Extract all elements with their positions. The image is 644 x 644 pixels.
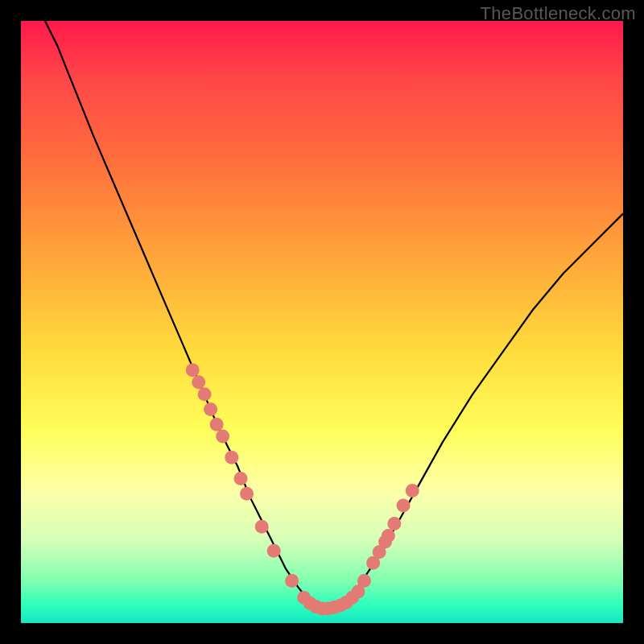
sample-dot [204, 402, 217, 416]
sample-dot [225, 451, 238, 464]
sample-dot [387, 517, 401, 530]
sample-dot [216, 430, 229, 444]
sample-dot [351, 585, 365, 599]
plot-area [21, 21, 623, 623]
sample-dot [255, 520, 269, 534]
sample-dot [234, 472, 248, 485]
sample-dot [186, 363, 200, 377]
watermark-text: TheBottleneck.com [481, 3, 636, 24]
sample-dot [198, 387, 212, 401]
sample-dot [373, 545, 386, 559]
chart-frame: TheBottleneck.com [0, 0, 644, 644]
sample-dot [406, 484, 419, 497]
chart-svg [21, 21, 623, 623]
sample-dot [285, 574, 299, 588]
sample-dot [210, 418, 224, 431]
bottleneck-curve [45, 21, 623, 610]
sample-dot [382, 529, 395, 543]
sample-dot [240, 487, 254, 501]
sample-dot [192, 375, 205, 389]
sample-dot [397, 499, 411, 513]
sample-dot [267, 544, 281, 558]
sample-dots-group [186, 363, 419, 615]
